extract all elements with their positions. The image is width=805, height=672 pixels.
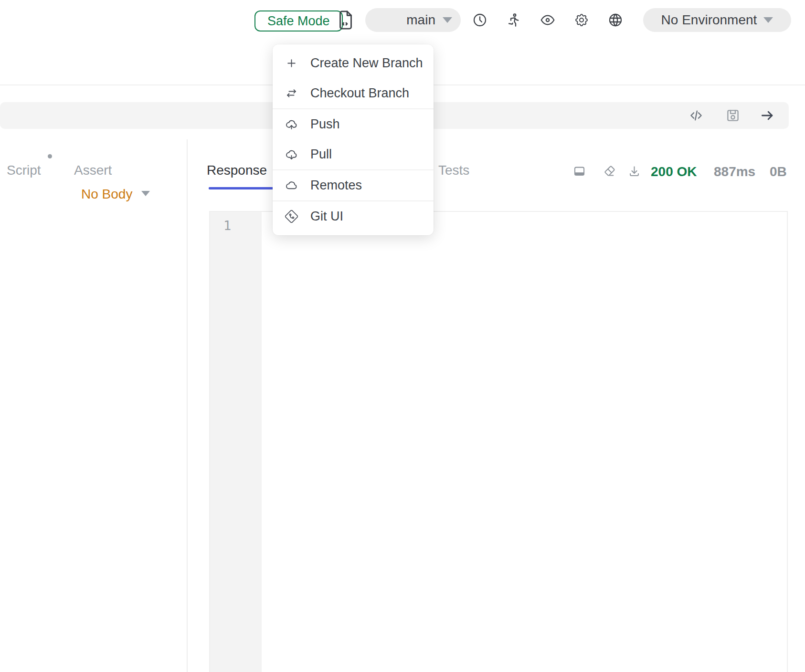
file-code-icon[interactable] <box>337 10 355 31</box>
cloud-download-icon <box>285 148 298 161</box>
code-icon[interactable] <box>688 107 704 124</box>
cloud-upload-icon <box>285 118 298 131</box>
checkout-arrows-icon <box>285 87 298 100</box>
line-number-gutter: 1 <box>210 212 262 672</box>
chevron-down-icon <box>141 191 150 196</box>
save-icon[interactable] <box>725 107 741 124</box>
script-modified-dot <box>48 154 52 158</box>
preview-eye-icon[interactable] <box>540 12 555 28</box>
response-editor[interactable]: 1 <box>209 211 788 672</box>
branch-selector[interactable]: main <box>365 8 461 32</box>
branch-label: main <box>406 12 435 28</box>
tab-assert[interactable]: Assert <box>74 163 112 178</box>
git-menu-item-remotes[interactable]: Remotes <box>273 170 434 200</box>
bottom-panel-icon[interactable] <box>573 165 586 178</box>
plus-icon <box>285 57 298 70</box>
tab-response[interactable]: Response <box>207 163 267 178</box>
status-code: 200 OK <box>651 164 697 179</box>
environment-label: No Environment <box>661 12 757 28</box>
git-menu-item-git-ui[interactable]: Git UI <box>273 201 434 231</box>
git-menu-item-checkout-branch[interactable]: Checkout Branch <box>273 78 434 108</box>
response-size: 0B <box>770 164 787 179</box>
globe-icon[interactable] <box>608 12 623 28</box>
settings-gear-icon[interactable] <box>574 12 589 28</box>
download-icon[interactable] <box>628 165 641 178</box>
response-time: 887ms <box>714 164 755 179</box>
git-menu-item-create-branch[interactable]: Create New Branch <box>273 48 434 78</box>
chevron-down-icon <box>443 17 452 23</box>
cloud-icon <box>285 179 298 192</box>
body-mode-selector[interactable]: No Body <box>81 187 132 202</box>
safe-mode-label: Safe Mode <box>267 14 330 29</box>
tab-tests[interactable]: Tests <box>438 163 469 178</box>
chevron-down-icon <box>763 17 773 23</box>
active-tab-underline <box>209 187 277 189</box>
git-menu-item-pull[interactable]: Pull <box>273 139 434 169</box>
tab-script[interactable]: Script <box>7 163 41 178</box>
safe-mode-badge[interactable]: Safe Mode <box>254 10 343 32</box>
send-arrow-icon[interactable] <box>759 107 775 124</box>
environment-selector[interactable]: No Environment <box>643 8 791 32</box>
git-menu-item-push[interactable]: Push <box>273 109 434 139</box>
eraser-icon[interactable] <box>603 165 616 178</box>
runner-icon[interactable] <box>506 12 521 28</box>
line-number: 1 <box>223 218 231 233</box>
history-clock-icon[interactable] <box>472 12 487 28</box>
git-branch-dropdown: Create New Branch Checkout Branch Push <box>273 44 434 235</box>
app-window: Safe Mode main <box>0 0 805 672</box>
pane-divider[interactable] <box>187 139 188 672</box>
git-diamond-icon <box>285 210 298 223</box>
